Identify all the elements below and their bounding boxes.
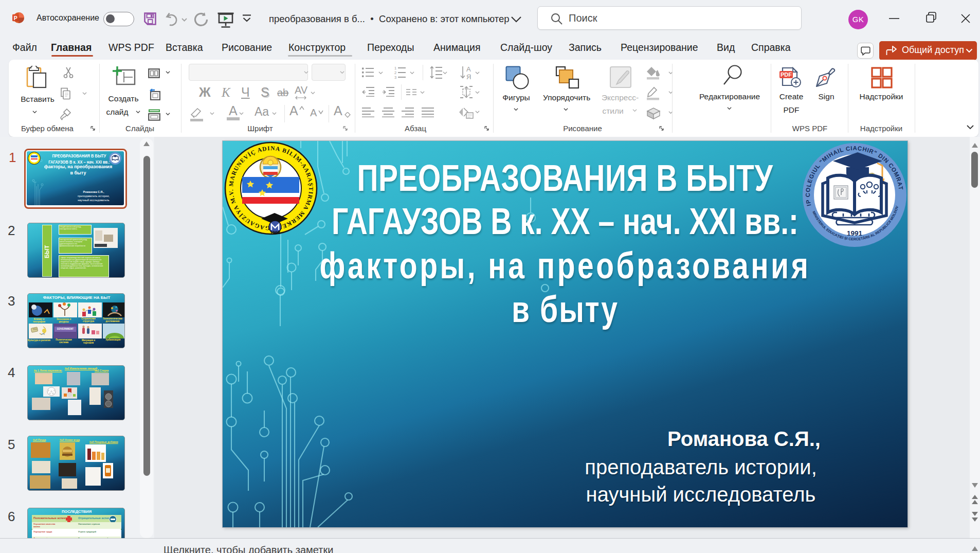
svg-text:1998: 1998 (270, 230, 280, 235)
svg-text:2: 2 (394, 70, 396, 75)
svg-text:1991: 1991 (847, 229, 863, 237)
svg-text:PDF: PDF (781, 72, 792, 78)
svg-text:3: 3 (394, 75, 396, 79)
svg-text:Я: Я (466, 73, 471, 80)
svg-text:А: А (466, 65, 471, 73)
svg-text:P: P (14, 15, 17, 21)
svg-text:1: 1 (394, 66, 396, 70)
